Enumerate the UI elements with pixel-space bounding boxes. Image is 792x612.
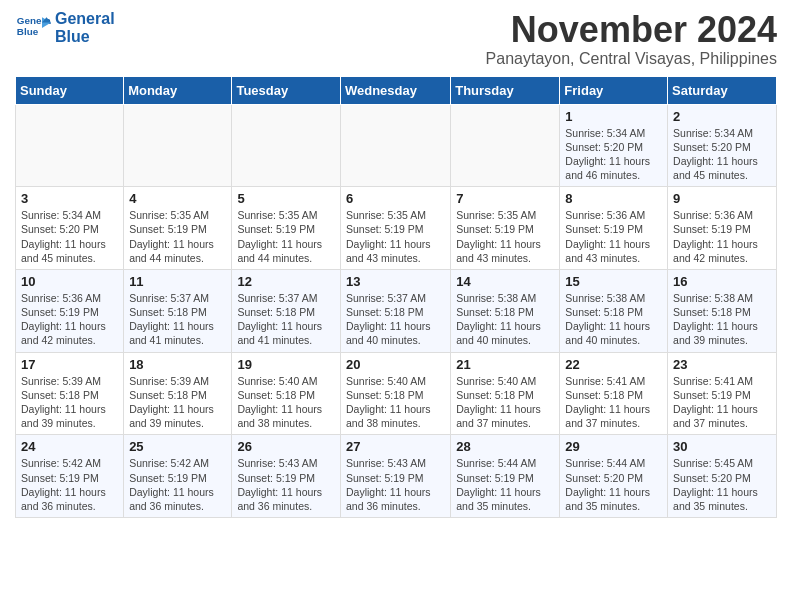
header-cell-friday: Friday [560, 76, 668, 104]
day-cell [232, 104, 341, 187]
header-cell-saturday: Saturday [668, 76, 777, 104]
day-number: 26 [237, 439, 335, 454]
day-number: 25 [129, 439, 226, 454]
day-cell: 15Sunrise: 5:38 AM Sunset: 5:18 PM Dayli… [560, 269, 668, 352]
day-cell [340, 104, 450, 187]
day-info: Sunrise: 5:38 AM Sunset: 5:18 PM Dayligh… [565, 291, 662, 348]
day-cell: 12Sunrise: 5:37 AM Sunset: 5:18 PM Dayli… [232, 269, 341, 352]
day-cell: 10Sunrise: 5:36 AM Sunset: 5:19 PM Dayli… [16, 269, 124, 352]
day-info: Sunrise: 5:44 AM Sunset: 5:20 PM Dayligh… [565, 456, 662, 513]
day-number: 13 [346, 274, 445, 289]
day-cell: 19Sunrise: 5:40 AM Sunset: 5:18 PM Dayli… [232, 352, 341, 435]
day-number: 10 [21, 274, 118, 289]
day-number: 2 [673, 109, 771, 124]
day-number: 20 [346, 357, 445, 372]
day-cell: 13Sunrise: 5:37 AM Sunset: 5:18 PM Dayli… [340, 269, 450, 352]
day-info: Sunrise: 5:36 AM Sunset: 5:19 PM Dayligh… [673, 208, 771, 265]
day-info: Sunrise: 5:38 AM Sunset: 5:18 PM Dayligh… [673, 291, 771, 348]
day-cell: 24Sunrise: 5:42 AM Sunset: 5:19 PM Dayli… [16, 435, 124, 518]
logo-icon: General Blue [15, 10, 51, 46]
day-cell: 17Sunrise: 5:39 AM Sunset: 5:18 PM Dayli… [16, 352, 124, 435]
header-row: SundayMondayTuesdayWednesdayThursdayFrid… [16, 76, 777, 104]
day-cell: 3Sunrise: 5:34 AM Sunset: 5:20 PM Daylig… [16, 187, 124, 270]
day-number: 8 [565, 191, 662, 206]
week-row-1: 1Sunrise: 5:34 AM Sunset: 5:20 PM Daylig… [16, 104, 777, 187]
logo-text-general: General [55, 10, 115, 28]
day-info: Sunrise: 5:37 AM Sunset: 5:18 PM Dayligh… [346, 291, 445, 348]
day-info: Sunrise: 5:34 AM Sunset: 5:20 PM Dayligh… [21, 208, 118, 265]
day-info: Sunrise: 5:36 AM Sunset: 5:19 PM Dayligh… [565, 208, 662, 265]
day-number: 7 [456, 191, 554, 206]
day-cell: 5Sunrise: 5:35 AM Sunset: 5:19 PM Daylig… [232, 187, 341, 270]
day-info: Sunrise: 5:35 AM Sunset: 5:19 PM Dayligh… [456, 208, 554, 265]
day-number: 3 [21, 191, 118, 206]
day-info: Sunrise: 5:39 AM Sunset: 5:18 PM Dayligh… [129, 374, 226, 431]
day-cell: 26Sunrise: 5:43 AM Sunset: 5:19 PM Dayli… [232, 435, 341, 518]
day-info: Sunrise: 5:39 AM Sunset: 5:18 PM Dayligh… [21, 374, 118, 431]
day-cell: 7Sunrise: 5:35 AM Sunset: 5:19 PM Daylig… [451, 187, 560, 270]
day-info: Sunrise: 5:40 AM Sunset: 5:18 PM Dayligh… [237, 374, 335, 431]
week-row-4: 17Sunrise: 5:39 AM Sunset: 5:18 PM Dayli… [16, 352, 777, 435]
day-info: Sunrise: 5:36 AM Sunset: 5:19 PM Dayligh… [21, 291, 118, 348]
day-cell: 8Sunrise: 5:36 AM Sunset: 5:19 PM Daylig… [560, 187, 668, 270]
day-number: 14 [456, 274, 554, 289]
day-info: Sunrise: 5:43 AM Sunset: 5:19 PM Dayligh… [237, 456, 335, 513]
header-cell-wednesday: Wednesday [340, 76, 450, 104]
day-info: Sunrise: 5:42 AM Sunset: 5:19 PM Dayligh… [21, 456, 118, 513]
day-number: 12 [237, 274, 335, 289]
day-number: 5 [237, 191, 335, 206]
day-number: 18 [129, 357, 226, 372]
day-number: 28 [456, 439, 554, 454]
day-number: 19 [237, 357, 335, 372]
day-cell: 22Sunrise: 5:41 AM Sunset: 5:18 PM Dayli… [560, 352, 668, 435]
day-info: Sunrise: 5:38 AM Sunset: 5:18 PM Dayligh… [456, 291, 554, 348]
day-cell: 30Sunrise: 5:45 AM Sunset: 5:20 PM Dayli… [668, 435, 777, 518]
day-number: 29 [565, 439, 662, 454]
day-cell: 2Sunrise: 5:34 AM Sunset: 5:20 PM Daylig… [668, 104, 777, 187]
header-cell-thursday: Thursday [451, 76, 560, 104]
day-info: Sunrise: 5:45 AM Sunset: 5:20 PM Dayligh… [673, 456, 771, 513]
day-number: 30 [673, 439, 771, 454]
day-cell: 14Sunrise: 5:38 AM Sunset: 5:18 PM Dayli… [451, 269, 560, 352]
day-number: 15 [565, 274, 662, 289]
day-cell: 25Sunrise: 5:42 AM Sunset: 5:19 PM Dayli… [124, 435, 232, 518]
day-cell: 23Sunrise: 5:41 AM Sunset: 5:19 PM Dayli… [668, 352, 777, 435]
day-info: Sunrise: 5:35 AM Sunset: 5:19 PM Dayligh… [237, 208, 335, 265]
day-cell: 18Sunrise: 5:39 AM Sunset: 5:18 PM Dayli… [124, 352, 232, 435]
day-number: 4 [129, 191, 226, 206]
day-info: Sunrise: 5:41 AM Sunset: 5:18 PM Dayligh… [565, 374, 662, 431]
week-row-2: 3Sunrise: 5:34 AM Sunset: 5:20 PM Daylig… [16, 187, 777, 270]
day-number: 16 [673, 274, 771, 289]
day-number: 27 [346, 439, 445, 454]
day-cell [451, 104, 560, 187]
header-cell-monday: Monday [124, 76, 232, 104]
calendar-table: SundayMondayTuesdayWednesdayThursdayFrid… [15, 76, 777, 518]
day-info: Sunrise: 5:37 AM Sunset: 5:18 PM Dayligh… [129, 291, 226, 348]
day-number: 11 [129, 274, 226, 289]
day-number: 17 [21, 357, 118, 372]
day-cell [124, 104, 232, 187]
month-title: November 2024 [486, 10, 777, 50]
day-cell: 6Sunrise: 5:35 AM Sunset: 5:19 PM Daylig… [340, 187, 450, 270]
day-info: Sunrise: 5:41 AM Sunset: 5:19 PM Dayligh… [673, 374, 771, 431]
day-cell: 20Sunrise: 5:40 AM Sunset: 5:18 PM Dayli… [340, 352, 450, 435]
day-info: Sunrise: 5:40 AM Sunset: 5:18 PM Dayligh… [456, 374, 554, 431]
day-cell: 16Sunrise: 5:38 AM Sunset: 5:18 PM Dayli… [668, 269, 777, 352]
day-info: Sunrise: 5:34 AM Sunset: 5:20 PM Dayligh… [565, 126, 662, 183]
day-number: 22 [565, 357, 662, 372]
week-row-5: 24Sunrise: 5:42 AM Sunset: 5:19 PM Dayli… [16, 435, 777, 518]
day-info: Sunrise: 5:35 AM Sunset: 5:19 PM Dayligh… [346, 208, 445, 265]
day-number: 21 [456, 357, 554, 372]
day-cell: 27Sunrise: 5:43 AM Sunset: 5:19 PM Dayli… [340, 435, 450, 518]
week-row-3: 10Sunrise: 5:36 AM Sunset: 5:19 PM Dayli… [16, 269, 777, 352]
day-cell [16, 104, 124, 187]
day-number: 24 [21, 439, 118, 454]
logo-text-blue: Blue [55, 28, 115, 46]
day-info: Sunrise: 5:37 AM Sunset: 5:18 PM Dayligh… [237, 291, 335, 348]
day-cell: 21Sunrise: 5:40 AM Sunset: 5:18 PM Dayli… [451, 352, 560, 435]
day-cell: 4Sunrise: 5:35 AM Sunset: 5:19 PM Daylig… [124, 187, 232, 270]
header: General Blue General Blue November 2024 … [15, 10, 777, 68]
day-info: Sunrise: 5:42 AM Sunset: 5:19 PM Dayligh… [129, 456, 226, 513]
header-cell-sunday: Sunday [16, 76, 124, 104]
day-info: Sunrise: 5:43 AM Sunset: 5:19 PM Dayligh… [346, 456, 445, 513]
